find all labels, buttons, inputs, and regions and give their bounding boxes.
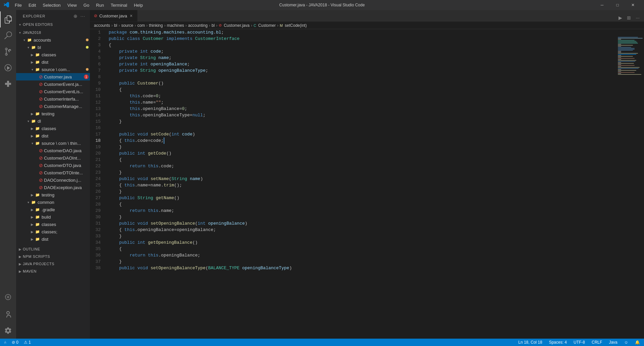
breadcrumb-file-error-icon: ⊘ <box>219 23 222 27</box>
more-actions-icon[interactable]: ··· <box>634 14 641 21</box>
sidebar-item-classes[interactable]: ▶ 📁 classes <box>16 51 90 58</box>
activity-search[interactable] <box>0 27 16 44</box>
activity-account[interactable] <box>0 306 16 323</box>
file-label: Customer.java <box>44 74 84 79</box>
sidebar-item-customer-manage[interactable]: ▶ ⊘ CustomerManage... <box>16 103 90 110</box>
run-icon[interactable]: ▶ <box>617 14 624 21</box>
sidebar-item-customer-interfa[interactable]: ▶ ⊘ CustomerInterfa... <box>16 95 90 103</box>
sidebar-item-dao-exception[interactable]: ▶ ⊘ DAOException.java <box>16 184 90 191</box>
expand-arrow: ▶ <box>17 247 23 251</box>
menu-go[interactable]: Go <box>81 2 92 8</box>
warnings-item[interactable]: ⚠ 1 <box>22 340 32 345</box>
titlebar-menu: File Edit Selection View Go Run Terminal… <box>12 2 146 8</box>
sidebar: EXPLORER ⊕ ··· ▾ OPEN EDITORS ▾ JAVA2018… <box>16 10 90 339</box>
sidebar-item-customer-dto[interactable]: ▶ ⊘ CustomerDTO.java <box>16 162 90 169</box>
breadcrumb-sep-5: › <box>164 23 165 28</box>
expand-arrow: ▶ <box>30 193 35 197</box>
error-icon: ⊘ <box>39 163 43 168</box>
menu-help[interactable]: Help <box>131 2 146 8</box>
split-editor-icon[interactable]: ⊞ <box>625 14 633 21</box>
new-file-icon[interactable]: ⊕ <box>73 13 78 19</box>
sidebar-section-open-editors[interactable]: ▾ OPEN EDITORS <box>16 21 90 28</box>
sidebar-item-gradle[interactable]: ▶ 📁 .gradle <box>16 206 90 213</box>
sidebar-item-dl-classes[interactable]: ▶ 📁 classes <box>16 125 90 132</box>
close-button[interactable]: ✕ <box>625 0 641 10</box>
sidebar-item-common[interactable]: ▾ 📁 common <box>16 198 90 206</box>
sidebar-item-dist2[interactable]: ▶ 📁 dist <box>16 235 90 243</box>
sidebar-item-customer-java[interactable]: ▶ ⊘ Customer.java 1 <box>16 73 90 80</box>
sidebar-item-classes2[interactable]: ▶ 📁 classes <box>16 221 90 228</box>
breadcrumb-com[interactable]: com <box>137 23 145 28</box>
breadcrumb-bl[interactable]: bl <box>114 23 117 28</box>
titlebar-left: File Edit Selection View Go Run Terminal… <box>3 2 146 9</box>
breadcrumb-bl2[interactable]: bl <box>212 23 215 28</box>
errors-label: ⊘ 0 <box>12 340 18 345</box>
section-label: JAVA PROJECTS <box>23 262 54 266</box>
sidebar-item-customer-event-lis[interactable]: ▶ ⊘ CustomerEventLis... <box>16 88 90 95</box>
breadcrumb-customer-class[interactable]: Customer <box>258 23 276 28</box>
activity-settings[interactable] <box>0 323 16 339</box>
sidebar-item-dist[interactable]: ▶ 📁 dist <box>16 58 90 66</box>
breadcrumb-setcode[interactable]: setCode(int) <box>285 23 307 28</box>
tab-customer-java[interactable]: ⊘ Customer.java × <box>90 10 138 21</box>
sidebar-item-build[interactable]: ▶ 📁 build <box>16 213 90 221</box>
spaces-item[interactable]: Spaces: 4 <box>548 340 568 345</box>
error-icon: ⊘ <box>39 185 43 190</box>
sidebar-section-npm-scripts[interactable]: ▶ NPM SCRIPTS <box>16 253 90 260</box>
collapse-arrow: ▾ <box>25 200 31 204</box>
cursor-position-item[interactable]: Ln 18, Col 18 <box>517 340 543 345</box>
feedback-item[interactable]: ☺ <box>623 340 630 345</box>
minimize-button[interactable]: ─ <box>594 0 610 10</box>
breadcrumb-accounts[interactable]: accounts <box>94 23 110 28</box>
activity-source-control[interactable] <box>0 44 16 60</box>
activity-extensions[interactable] <box>0 76 16 92</box>
breadcrumb-customer-java[interactable]: Customer.java <box>224 23 250 28</box>
git-branch-item[interactable]: ⑃ <box>3 340 8 345</box>
more-options-icon[interactable]: ··· <box>80 13 86 19</box>
sidebar-item-bl[interactable]: ▾ 📁 bl <box>16 44 90 51</box>
errors-item[interactable]: ⊘ 0 <box>10 340 20 345</box>
sidebar-section-maven[interactable]: ▶ MAVEN <box>16 268 90 275</box>
sidebar-item-testing-2[interactable]: ▶ 📁 testing <box>16 191 90 198</box>
menu-terminal[interactable]: Terminal <box>108 2 130 8</box>
sidebar-item-testing-1[interactable]: ▶ 📁 testing <box>16 110 90 117</box>
menu-selection[interactable]: Selection <box>40 2 63 8</box>
section-label: OUTLINE <box>23 247 40 251</box>
sidebar-item-customer-dto-inte[interactable]: ▶ ⊘ CustomerDTOInte... <box>16 169 90 176</box>
breadcrumb-source[interactable]: source <box>121 23 133 28</box>
breadcrumb-machines[interactable]: machines <box>167 23 184 28</box>
sidebar-item-dl-dist[interactable]: ▶ 📁 dist <box>16 132 90 139</box>
language-item[interactable]: Java <box>607 340 619 345</box>
encoding-item[interactable]: UTF-8 <box>572 340 586 345</box>
breadcrumb-accounting[interactable]: accounting <box>188 23 208 28</box>
error-icon: ⊘ <box>39 81 43 87</box>
sidebar-item-customer-dao-int[interactable]: ▶ ⊘ CustomerDAOInt... <box>16 154 90 162</box>
sidebar-item-source-com[interactable]: ▾ 📁 source \ com... <box>16 66 90 73</box>
breadcrumb-thinking[interactable]: thinking <box>149 23 163 28</box>
sidebar-section-outline[interactable]: ▶ OUTLINE <box>16 245 90 253</box>
code-content[interactable]: package com.thinking.machines.accounting… <box>106 29 617 339</box>
activity-run-debug[interactable] <box>0 60 16 76</box>
sidebar-item-dl-source[interactable]: ▾ 📁 source \ com \ thin... <box>16 139 90 147</box>
menu-edit[interactable]: Edit <box>26 2 39 8</box>
sidebar-item-classes-semi[interactable]: ▶ 📁 classes; <box>16 228 90 235</box>
sidebar-item-accounts[interactable]: ▾ 📁 accounts <box>16 36 90 44</box>
menu-view[interactable]: View <box>65 2 79 8</box>
activity-explorer[interactable] <box>0 11 16 27</box>
sidebar-section-java2018[interactable]: ▾ JAVA2018 <box>16 29 90 36</box>
file-label: CustomerEvent.ja... <box>44 82 90 87</box>
sidebar-section-java-projects[interactable]: ▶ JAVA PROJECTS <box>16 260 90 268</box>
sidebar-item-dao-connection[interactable]: ▶ ⊘ DAOConnection.j... <box>16 176 90 184</box>
sidebar-item-customer-dao[interactable]: ▶ ⊘ CustomerDAO.java <box>16 147 90 154</box>
maximize-button[interactable]: □ <box>610 0 625 10</box>
notifications-item[interactable]: 🔔 <box>634 340 641 345</box>
section-label: JAVA2018 <box>23 31 41 35</box>
line-ending-item[interactable]: CRLF <box>590 340 603 345</box>
sidebar-item-dl[interactable]: ▾ 📁 dl <box>16 117 90 125</box>
activity-test[interactable] <box>0 289 16 305</box>
tab-filename: Customer.java <box>99 13 127 18</box>
sidebar-item-customer-event[interactable]: ▶ ⊘ CustomerEvent.ja... <box>16 80 90 88</box>
menu-run[interactable]: Run <box>93 2 107 8</box>
menu-file[interactable]: File <box>12 2 24 8</box>
tab-close-button[interactable]: × <box>129 12 133 19</box>
